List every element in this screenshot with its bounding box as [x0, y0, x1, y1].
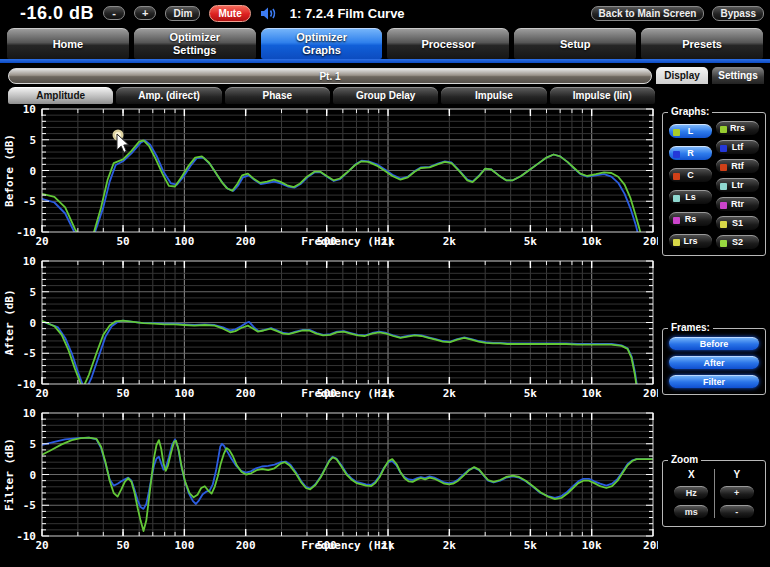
- frames-panel: Frames: BeforeAfterFilter: [662, 328, 766, 395]
- zoom-x-column: X Hzms: [669, 469, 714, 518]
- frames-panel-label: Frames:: [668, 322, 713, 333]
- x-tick-label: 5k: [524, 387, 538, 400]
- channel-button-s2[interactable]: S2: [716, 235, 759, 249]
- channel-button-label: Rtr: [731, 199, 744, 209]
- channel-button-ltr[interactable]: Ltr: [716, 178, 759, 192]
- channel-button-l[interactable]: L: [669, 124, 712, 138]
- x-tick-label: 20: [35, 539, 48, 552]
- channel-color-swatch-s1: [720, 221, 727, 228]
- zoom-panel-label: Zoom: [668, 454, 701, 465]
- channel-button-label: C: [687, 170, 694, 180]
- channel-button-rrs[interactable]: Rrs: [716, 121, 759, 135]
- tab-bar-accent-strip: [0, 59, 770, 63]
- x-tick-label: 20k: [643, 235, 658, 248]
- channel-button-c[interactable]: C: [669, 168, 712, 182]
- zoom-y-plus-button[interactable]: +: [720, 486, 754, 499]
- zoom-y-label: Y: [733, 469, 740, 480]
- x-tick-label: 50: [116, 235, 129, 248]
- channel-color-swatch-r: [673, 151, 680, 158]
- speaker-icon: [260, 6, 277, 21]
- frame-button-filter[interactable]: Filter: [669, 375, 759, 388]
- graph-tab-phase[interactable]: Phase: [225, 87, 330, 104]
- back-to-main-button[interactable]: Back to Main Screen: [591, 6, 705, 21]
- zoom-x-hz-button[interactable]: Hz: [674, 486, 708, 499]
- channel-button-label: Rtf: [731, 161, 744, 171]
- graph-tab-group-delay[interactable]: Group Delay: [333, 87, 438, 104]
- preset-title: 1: 7.2.4 Film Curve: [290, 6, 405, 21]
- x-tick-label: 20: [35, 235, 48, 248]
- tab-optimizer-graphs[interactable]: Optimizer Graphs: [261, 28, 383, 59]
- y-axis-title: Before (dB): [3, 134, 16, 207]
- y-tick-label: 10: [23, 256, 36, 268]
- channel-button-ls[interactable]: Ls: [669, 190, 712, 204]
- channel-color-swatch-c: [673, 173, 680, 180]
- dim-button[interactable]: Dim: [165, 6, 200, 21]
- sub-header: Pt. 1 Display Settings: [0, 66, 770, 84]
- channel-button-label: S2: [732, 237, 743, 247]
- before-chart[interactable]: 1050-5-1020501002005001k2k5k10k20kFreque…: [0, 104, 658, 256]
- y-tick-label: 5: [29, 134, 36, 147]
- channel-button-rtr[interactable]: Rtr: [716, 197, 759, 211]
- point-selector-bar[interactable]: Pt. 1: [8, 68, 652, 84]
- graph-tab-amp-direct-[interactable]: Amp. (direct): [116, 87, 221, 104]
- graph-type-tab-bar: AmplitudeAmp. (direct)PhaseGroup DelayIm…: [0, 84, 655, 104]
- after-chart[interactable]: 1050-5-1020501002005001k2k5k10k20kFreque…: [0, 256, 658, 408]
- channel-button-s1[interactable]: S1: [716, 216, 759, 230]
- graph-tab-impulse[interactable]: Impulse: [441, 87, 546, 104]
- tab-presets[interactable]: Presets: [641, 28, 763, 59]
- x-axis-title: Frequency (Hz): [301, 235, 394, 248]
- zoom-x-ms-button[interactable]: ms: [674, 505, 708, 518]
- channel-color-swatch-rtf: [720, 164, 727, 171]
- channel-color-swatch-rtr: [720, 202, 727, 209]
- y-tick-label: -10: [16, 378, 36, 391]
- channel-color-swatch-ltf: [720, 145, 727, 152]
- graph-tab-impulse-lin-[interactable]: Impulse (lin): [550, 87, 655, 104]
- frame-button-before[interactable]: Before: [669, 337, 759, 350]
- tab-home[interactable]: Home: [7, 28, 129, 59]
- zoom-y-column: Y +-: [714, 469, 760, 518]
- zoom-y-minus-button[interactable]: -: [720, 505, 754, 518]
- optimizer-graphs-screen: -16.0 dB - + Dim Mute 1: 7.2.4 Film Curv…: [0, 0, 770, 567]
- filter-chart[interactable]: 1050-5-1020501002005001k2k5k10k20kFreque…: [0, 408, 658, 560]
- volume-display: -16.0 dB: [20, 3, 94, 24]
- channel-color-swatch-ls: [673, 195, 680, 202]
- tab-optimizer-settings[interactable]: Optimizer Settings: [134, 28, 256, 59]
- channel-button-label: Rrs: [730, 123, 745, 133]
- channel-color-swatch-lrs: [673, 239, 680, 246]
- x-tick-label: 2k: [443, 235, 457, 248]
- x-tick-label: 100: [174, 539, 194, 552]
- tab-display[interactable]: Display: [656, 67, 708, 84]
- x-tick-label: 50: [116, 387, 129, 400]
- channel-button-label: L: [688, 126, 694, 136]
- x-tick-label: 200: [236, 235, 256, 248]
- y-tick-label: 0: [29, 317, 36, 330]
- mute-button[interactable]: Mute: [209, 5, 250, 22]
- channel-button-rtf[interactable]: Rtf: [716, 159, 759, 173]
- tab-settings[interactable]: Settings: [712, 67, 764, 84]
- channel-button-label: Ltf: [732, 142, 744, 152]
- main-tab-bar: HomeOptimizer SettingsOptimizer GraphsPr…: [0, 26, 770, 59]
- x-tick-label: 2k: [443, 539, 457, 552]
- channel-button-label: Rs: [685, 214, 697, 224]
- volume-up-button[interactable]: +: [134, 6, 156, 20]
- channel-button-lrs[interactable]: Lrs: [669, 234, 712, 248]
- frame-button-after[interactable]: After: [669, 356, 759, 369]
- x-axis-title: Frequency (Hz): [301, 539, 394, 552]
- tab-setup[interactable]: Setup: [514, 28, 636, 59]
- charts-column: 1050-5-1020501002005001k2k5k10k20kFreque…: [0, 104, 658, 560]
- channel-button-label: Ls: [685, 192, 696, 202]
- tab-processor[interactable]: Processor: [387, 28, 509, 59]
- channel-button-ltf[interactable]: Ltf: [716, 140, 759, 154]
- volume-down-button[interactable]: -: [103, 6, 125, 20]
- y-axis-title: Filter (dB): [3, 438, 16, 511]
- bypass-button[interactable]: Bypass: [712, 6, 764, 21]
- y-tick-label: 10: [23, 408, 36, 420]
- x-tick-label: 20: [35, 387, 48, 400]
- graphs-panel-label: Graphs:: [668, 106, 712, 117]
- y-axis-title: After (dB): [3, 289, 16, 355]
- channel-button-rs[interactable]: Rs: [669, 212, 712, 226]
- y-tick-label: 0: [29, 469, 36, 482]
- channel-button-r[interactable]: R: [669, 146, 712, 160]
- graph-tab-amplitude[interactable]: Amplitude: [8, 87, 113, 104]
- x-tick-label: 2k: [443, 387, 457, 400]
